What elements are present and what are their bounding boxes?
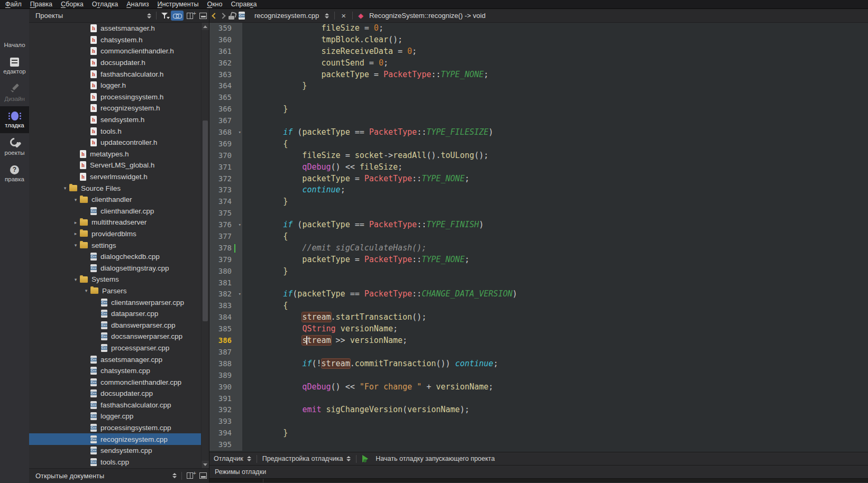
line-number-gutter: 374 — [209, 196, 242, 208]
tree-item[interactable]: htools.h — [29, 125, 201, 137]
mode-item-Начало[interactable]: Начало — [0, 25, 29, 52]
cpp-file-icon — [90, 367, 97, 375]
menu-item[interactable]: Окно — [203, 0, 226, 9]
panel-selector-arrows-icon[interactable] — [147, 13, 151, 18]
tree-item[interactable]: hassetsmanager.h — [29, 23, 201, 34]
tree-item[interactable]: processingsystem.cpp — [29, 422, 201, 434]
fold-marker-icon[interactable]: ▾ — [239, 127, 241, 138]
code-token: TYPE_NONE — [441, 70, 483, 79]
tree-item[interactable]: docsupdater.cpp — [29, 388, 201, 400]
code-token: ) — [513, 289, 517, 299]
mode-item-тладка[interactable]: тладка — [0, 106, 29, 133]
tree-item[interactable]: assetsmanager.cpp — [29, 354, 201, 365]
tree-item[interactable]: ▾clienthandler — [29, 194, 201, 206]
tree-item[interactable]: hupdatecontroller.h — [29, 137, 201, 148]
start-debugging-label[interactable]: Начать отладку запускающего проекта — [376, 455, 495, 462]
tree-item[interactable]: clientanswerparser.cpp — [29, 296, 201, 308]
tree-item[interactable]: hprocessingsystem.h — [29, 91, 201, 103]
go-back-icon[interactable] — [212, 13, 217, 18]
line-number: 368 — [209, 127, 242, 138]
chevron-expanded-icon[interactable]: ▾ — [71, 243, 80, 248]
menu-item[interactable]: Инструменты — [153, 0, 203, 9]
menu-item[interactable]: Отладка — [88, 0, 122, 9]
scrollbar-down-button[interactable] — [202, 461, 209, 468]
debugger-preset-label[interactable]: Преднастройка отладчика — [262, 455, 343, 462]
current-symbol-label[interactable]: RecognizeSystem::recognize() -> void — [369, 12, 486, 20]
tree-item[interactable]: hfasthashcalculator.h — [29, 68, 201, 80]
tree-item[interactable]: dataparser.cpp — [29, 308, 201, 320]
split-panel-icon[interactable] — [187, 13, 193, 19]
code-token: packetType — [302, 127, 350, 137]
tree-item[interactable]: processparser.cpp — [29, 342, 201, 354]
start-debugging-icon[interactable] — [362, 455, 369, 463]
chevron-expanded-icon[interactable]: ▾ — [82, 288, 90, 293]
tree-item[interactable]: commonclienthandler.cpp — [29, 376, 201, 388]
tree-scrollbar[interactable] — [201, 23, 209, 468]
tree-item[interactable]: docsanswerparser.cpp — [29, 331, 201, 342]
chevron-expanded-icon[interactable]: ▾ — [71, 277, 80, 282]
fold-marker-icon[interactable]: ▾ — [239, 289, 241, 300]
cpp-file-icon — [90, 401, 97, 409]
go-forward-icon[interactable] — [220, 13, 225, 18]
menu-item[interactable]: Справка — [226, 0, 261, 9]
tree-item[interactable]: hserverlmswidget.h — [29, 171, 201, 183]
menu-item[interactable]: Сборка — [57, 0, 88, 9]
filter-icon[interactable] — [161, 12, 168, 19]
code-token: ; — [383, 58, 388, 68]
mode-item-правка[interactable]: ?правка — [0, 160, 29, 187]
chevron-expanded-icon[interactable]: ▾ — [71, 197, 80, 202]
mode-item-Дизайн[interactable]: Дизайн — [0, 79, 29, 106]
line-number-gutter: 370 — [209, 150, 242, 162]
tree-item[interactable]: tools.cpp — [29, 457, 201, 468]
project-tree[interactable]: hassetsmanager.hhchatsystem.hhcommonclie… — [29, 23, 201, 468]
chevron-collapsed-icon[interactable]: ▸ — [71, 231, 80, 236]
scrollbar-thumb[interactable] — [203, 120, 208, 321]
code-editor[interactable]: 359 fileSize = 0;360 tmpBlock.clear();36… — [209, 23, 868, 452]
tree-item[interactable]: hlogger.h — [29, 80, 201, 91]
tree-item[interactable]: hsendsystem.h — [29, 114, 201, 126]
tree-item[interactable]: hdocsupdater.h — [29, 57, 201, 69]
tree-item[interactable]: clienthandler.cpp — [29, 206, 201, 217]
panel-selector-arrows-icon[interactable] — [172, 473, 177, 478]
tree-item[interactable]: sendsystem.cpp — [29, 445, 201, 457]
tree-item[interactable]: hServerLMS_global.h — [29, 160, 201, 171]
chevron-expanded-icon[interactable]: ▾ — [61, 185, 69, 191]
menu-item[interactable]: Файл — [1, 0, 26, 9]
fold-marker-icon[interactable]: ▾ — [239, 219, 241, 231]
tree-item[interactable]: dialogsettingstray.cpp — [29, 262, 201, 274]
close-document-icon[interactable]: × — [340, 12, 347, 20]
hide-panel-icon[interactable] — [199, 13, 207, 19]
tree-item[interactable]: recognizesystem.cpp — [29, 433, 201, 445]
tree-item[interactable]: ▾Parsers — [29, 285, 201, 297]
menu-item[interactable]: Анализ — [122, 0, 153, 9]
tree-item[interactable]: ▸providerdblms — [29, 228, 201, 240]
tree-item[interactable]: hrecognizesystem.h — [29, 103, 201, 114]
mode-item-роекты[interactable]: роекты — [0, 133, 29, 160]
mode-item-едактор[interactable]: едактор — [0, 52, 29, 79]
scrollbar-up-button[interactable] — [202, 23, 209, 30]
tree-item[interactable]: chatsystem.cpp — [29, 365, 201, 377]
tree-item[interactable]: ▸multithreadserver — [29, 217, 201, 228]
tree-item[interactable]: ▾settings — [29, 239, 201, 251]
tree-item[interactable]: hcommonclienthandler.h — [29, 45, 201, 57]
tree-item[interactable]: dbanswerparser.cpp — [29, 319, 201, 331]
preset-select-arrows-icon[interactable] — [346, 456, 351, 461]
menu-item[interactable]: Правка — [26, 0, 57, 9]
sync-with-editor-button[interactable] — [171, 11, 184, 21]
tree-item[interactable]: hmetatypes.h — [29, 148, 201, 160]
split-panel-icon[interactable] — [187, 472, 193, 479]
tree-item[interactable]: dialogcheckdb.cpp — [29, 251, 201, 263]
tree-item[interactable]: ▾Systems — [29, 274, 201, 285]
unlocked-icon[interactable] — [229, 12, 235, 20]
document-selector-arrows-icon[interactable] — [325, 13, 329, 18]
chevron-collapsed-icon[interactable]: ▸ — [71, 220, 80, 225]
tree-item[interactable]: ▾Source Files — [29, 182, 201, 194]
debugger-select-label[interactable]: Отладчик — [214, 455, 243, 462]
tree-item[interactable]: logger.cpp — [29, 411, 201, 422]
debugger-select-arrows-icon[interactable] — [247, 456, 251, 461]
hide-panel-icon[interactable] — [199, 472, 207, 479]
open-file-name[interactable]: recognizesystem.cpp — [254, 12, 319, 20]
tree-item[interactable]: fasthashcalculator.cpp — [29, 400, 201, 411]
line-number: 386 — [209, 335, 242, 347]
tree-item[interactable]: hchatsystem.h — [29, 34, 201, 46]
